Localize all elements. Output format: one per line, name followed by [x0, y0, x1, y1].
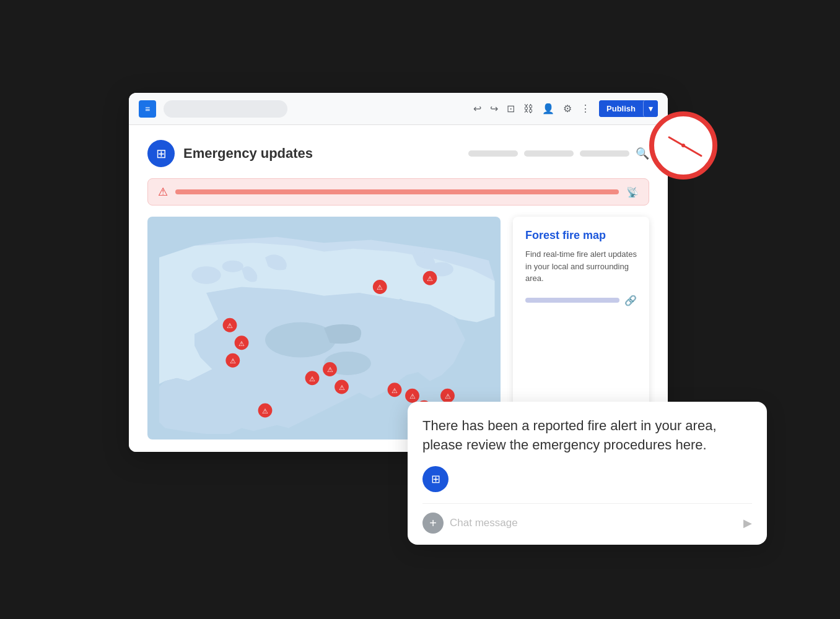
info-card-link-bar	[525, 298, 619, 303]
page-title: Emergency updates	[183, 145, 468, 162]
chat-add-button[interactable]: +	[422, 513, 444, 534]
svg-text:⚠: ⚠	[392, 387, 398, 394]
chat-avatar-icon: ⊞	[431, 472, 440, 486]
link-icon[interactable]: ⛓	[523, 103, 533, 115]
rss-icon: 📡	[626, 186, 639, 198]
info-card-title: Forest fire map	[525, 229, 637, 242]
svg-text:⚠: ⚠	[427, 275, 433, 282]
publish-button-group[interactable]: Publish ▾	[599, 100, 658, 117]
redo-icon[interactable]: ↪	[490, 103, 498, 115]
app-logo-map-icon: ⊞	[156, 146, 167, 161]
svg-text:⚠: ⚠	[227, 322, 233, 329]
chat-input-row: + Chat message ▶	[422, 503, 752, 534]
nav-item-1[interactable]	[468, 150, 518, 157]
search-icon[interactable]: 🔍	[636, 147, 649, 160]
chat-avatar-row: ⊞	[422, 466, 752, 492]
toolbar-icons: ↩ ↪ ⊡ ⛓ 👤 ⚙ ⋮ Publish ▾	[473, 100, 658, 117]
app-header: ⊞ Emergency updates 🔍	[147, 140, 649, 167]
app-logo-icon: ≡	[145, 104, 150, 114]
chat-widget: There has been a reported fire alert in …	[408, 402, 767, 545]
alert-banner: ⚠ 📡	[147, 178, 649, 206]
info-card-footer: 🔗	[525, 295, 637, 306]
svg-text:⚠: ⚠	[339, 384, 345, 391]
browser-logo: ≡	[139, 100, 156, 118]
publish-button[interactable]: Publish	[599, 100, 643, 117]
browser-toolbar: ≡ ↩ ↪ ⊡ ⛓ 👤 ⚙ ⋮ Publish ▾	[129, 93, 668, 125]
svg-point-4	[222, 261, 243, 272]
plus-icon: +	[429, 517, 437, 529]
chat-input[interactable]: Chat message	[450, 517, 737, 529]
chat-avatar: ⊞	[422, 466, 448, 492]
browser-window: ≡ ↩ ↪ ⊡ ⛓ 👤 ⚙ ⋮ Publish ▾	[129, 93, 668, 452]
header-nav	[468, 150, 629, 157]
settings-icon[interactable]: ⚙	[563, 103, 572, 115]
add-user-icon[interactable]: 👤	[542, 103, 554, 115]
app-logo: ⊞	[147, 140, 175, 167]
clock-icon	[649, 111, 717, 180]
svg-text:⚠: ⚠	[445, 392, 451, 400]
nav-item-3[interactable]	[580, 150, 629, 157]
undo-icon[interactable]: ↩	[473, 103, 481, 115]
svg-text:⚠: ⚠	[327, 366, 333, 373]
svg-text:⚠: ⚠	[409, 392, 416, 400]
nav-item-2[interactable]	[524, 150, 574, 157]
clock-minute-hand	[683, 145, 702, 157]
clock-center-dot	[681, 144, 685, 147]
svg-text:⚠: ⚠	[309, 375, 315, 383]
svg-text:⚠: ⚠	[262, 407, 268, 415]
more-icon[interactable]: ⋮	[580, 103, 590, 115]
chat-message-text: There has been a reported fire alert in …	[422, 417, 752, 455]
info-card-link-icon[interactable]: 🔗	[624, 295, 637, 306]
svg-text:⚠: ⚠	[230, 357, 236, 365]
svg-text:⚠: ⚠	[377, 284, 383, 291]
screen-icon[interactable]: ⊡	[507, 103, 515, 115]
info-card-description: Find real-time fire alert updates in you…	[525, 248, 637, 285]
alert-warning-icon: ⚠	[158, 185, 168, 199]
address-bar[interactable]	[164, 100, 287, 118]
svg-point-1	[265, 322, 336, 358]
send-button[interactable]: ▶	[743, 516, 752, 530]
svg-point-3	[191, 266, 221, 284]
svg-text:⚠: ⚠	[238, 340, 245, 347]
alert-bar	[175, 189, 619, 194]
publish-dropdown-button[interactable]: ▾	[643, 100, 658, 117]
